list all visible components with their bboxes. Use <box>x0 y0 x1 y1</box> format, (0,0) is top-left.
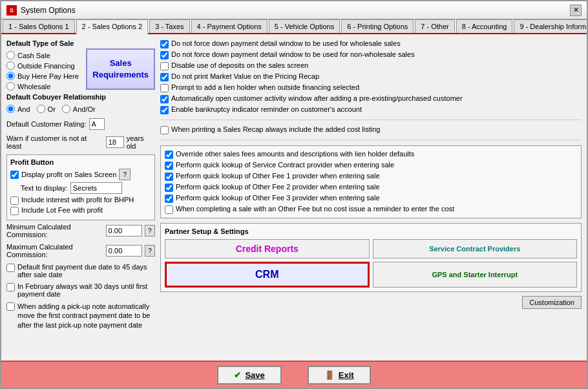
no-force-wholesale-checkbox[interactable] <box>160 40 169 48</box>
include-interest-checkbox[interactable] <box>10 196 19 205</box>
tab-payment-options[interactable]: 4 - Payment Options <box>191 19 268 33</box>
include-lot-checkbox[interactable] <box>10 207 19 215</box>
include-interest-row[interactable]: Include interest with profit for BHPH <box>10 196 151 205</box>
cobuyer-or[interactable]: Or <box>37 105 56 113</box>
wholesale-option[interactable]: Wholesale <box>6 82 82 90</box>
quick-lookup-sc-row[interactable]: Perform quick lookup of Service Contract… <box>165 161 577 170</box>
exit-label: Exit <box>339 370 354 380</box>
display-profit-checkbox[interactable] <box>10 171 19 179</box>
first-payment-checkbox[interactable] <box>6 264 15 272</box>
partner-title: Partner Setup & Settings <box>165 227 577 235</box>
disable-deposits-checkbox[interactable] <box>160 62 169 70</box>
quick-lookup-fee3-checkbox[interactable] <box>165 194 173 203</box>
cobuyer-and[interactable]: And <box>6 105 30 113</box>
gps-button[interactable]: GPS and Starter Interrupt <box>373 262 578 288</box>
quick-lookup-sc-checkbox[interactable] <box>165 162 173 170</box>
first-payment-checkbox-row[interactable]: Default first payment due date to 45 day… <box>6 263 155 279</box>
text-to-display-label: Text to display: <box>21 184 68 192</box>
tab-other[interactable]: 7 - Other <box>415 19 454 33</box>
customer-rating-label: Default Customer Rating: <box>6 120 87 128</box>
no-market-value-checkbox[interactable] <box>160 73 169 81</box>
display-profit-row: Display profit on Sales Screen ? <box>10 169 151 180</box>
sale-type-group: Cash Sale Outside Financing Buy Here Pay… <box>6 51 82 90</box>
credit-reports-button[interactable]: Credit Reports <box>165 239 370 258</box>
bhph-radio[interactable] <box>6 72 15 80</box>
disable-deposits-row[interactable]: Disable use of deposits on the sales scr… <box>160 61 582 70</box>
min-commission-help[interactable]: ? <box>145 225 155 237</box>
left-panel: Default Type of Sale Cash Sale Outside F… <box>6 39 155 352</box>
wholesale-radio[interactable] <box>6 82 15 90</box>
no-cost-reminder-row[interactable]: When completing a sale with an Other Fee… <box>165 205 577 214</box>
cash-sale-radio[interactable] <box>6 51 15 59</box>
auto-open-activity-checkbox[interactable] <box>160 95 169 103</box>
separator-2 <box>160 140 582 140</box>
no-cost-reminder-checkbox[interactable] <box>165 205 173 214</box>
prompt-lien-row[interactable]: Prompt to add a lien holder when outside… <box>160 83 582 92</box>
text-to-display-input[interactable] <box>70 182 122 194</box>
quick-lookup-fee1-row[interactable]: Perform quick lookup of Other Fee 1 prov… <box>165 172 577 181</box>
tab-printing-options[interactable]: 6 - Printing Options <box>341 19 414 33</box>
tab-sales-options-2[interactable]: 2 - Sales Options 2 <box>76 19 149 34</box>
bankruptcy-indicator-row[interactable]: Enable bankruptcy indicator reminder on … <box>160 105 582 114</box>
quick-lookup-fee1-checkbox[interactable] <box>165 173 173 181</box>
customization-button[interactable]: Customization <box>522 296 582 309</box>
customization-row: Customization <box>160 296 582 309</box>
min-commission-input[interactable] <box>106 225 142 237</box>
display-profit-help[interactable]: ? <box>119 169 131 180</box>
crm-button[interactable]: CRM <box>165 262 370 288</box>
outside-financing-option[interactable]: Outside Financing <box>6 61 82 70</box>
save-button[interactable]: ✔ Save <box>217 366 281 384</box>
no-force-non-wholesale-row[interactable]: Do not force down payment detail window … <box>160 50 582 59</box>
cobuyer-and-radio[interactable] <box>6 105 15 113</box>
separator-1 <box>160 120 582 120</box>
warn-age-input[interactable] <box>106 136 124 148</box>
main-content: Default Type of Sale Cash Sale Outside F… <box>1 34 587 357</box>
sales-recap-row[interactable]: When printing a Sales Recap always inclu… <box>160 125 582 134</box>
quick-lookup-fee2-checkbox[interactable] <box>165 184 173 192</box>
tab-vehicle-options[interactable]: 5 - Vehicle Options <box>269 19 340 33</box>
cobuyer-andor-radio[interactable] <box>62 105 70 113</box>
override-sales-fees-row[interactable]: Override other sales fees amounts and de… <box>165 150 577 159</box>
quick-lookup-fee2-row[interactable]: Perform quick lookup of Other Fee 2 prov… <box>165 183 577 192</box>
exit-icon: 🚪 <box>324 370 335 380</box>
no-force-non-wholesale-checkbox[interactable] <box>160 51 169 59</box>
cobuyer-andor[interactable]: And/Or <box>62 105 96 113</box>
tab-dealership-info[interactable]: 9 - Dealership Information <box>514 19 588 33</box>
tab-accounting[interactable]: 8 - Accounting <box>456 19 513 33</box>
february-checkbox[interactable] <box>6 283 15 291</box>
window-title: System Options <box>21 6 76 15</box>
sales-recap-checkbox[interactable] <box>160 126 169 134</box>
sales-requirements-button[interactable]: Sales Requirements <box>86 48 155 90</box>
include-lot-row[interactable]: Include Lot Fee with profit <box>10 206 151 215</box>
cobuyer-title: Default Cobuyer Relationship <box>6 93 155 101</box>
partner-section: Partner Setup & Settings Credit Reports … <box>160 223 582 292</box>
min-commission-row: Minimum Calculated Commission: ? <box>6 223 155 238</box>
cobuyer-or-radio[interactable] <box>37 105 45 113</box>
no-force-wholesale-row[interactable]: Do not force down payment detail window … <box>160 39 582 48</box>
app-icon: S <box>6 5 17 16</box>
february-checkbox-row[interactable]: In February always wait 30 days until fi… <box>6 282 155 298</box>
pickup-note-checkbox[interactable] <box>6 302 15 311</box>
outside-financing-radio[interactable] <box>6 61 15 70</box>
warn-age-row: Warn if customer is not at least years o… <box>6 134 155 150</box>
max-commission-input[interactable] <box>106 245 142 257</box>
close-button[interactable]: ✕ <box>570 5 582 16</box>
quick-lookup-fee3-row[interactable]: Perform quick lookup of Other Fee 3 prov… <box>165 194 577 203</box>
bankruptcy-indicator-checkbox[interactable] <box>160 106 169 114</box>
tab-taxes[interactable]: 3 - Taxes <box>149 19 189 33</box>
warn-age-label: Warn if customer is not at least <box>6 134 103 150</box>
no-market-value-row[interactable]: Do not print Market Value on the Pricing… <box>160 72 582 81</box>
title-bar-left: S System Options <box>6 5 76 16</box>
prompt-lien-checkbox[interactable] <box>160 84 169 92</box>
buy-here-pay-here-option[interactable]: Buy Here Pay Here <box>6 72 82 80</box>
max-commission-help[interactable]: ? <box>145 245 155 257</box>
override-sales-fees-checkbox[interactable] <box>165 151 173 159</box>
auto-open-activity-row[interactable]: Automatically open customer activity win… <box>160 94 582 103</box>
service-contract-button[interactable]: Service Contract Providers <box>373 239 578 258</box>
exit-button[interactable]: 🚪 Exit <box>308 366 371 384</box>
cash-sale-option[interactable]: Cash Sale <box>6 51 82 59</box>
cobuyer-section: Default Cobuyer Relationship And Or And/… <box>6 93 155 113</box>
customer-rating-input[interactable] <box>89 118 105 130</box>
tab-sales-options-1[interactable]: 1 - Sales Options 1 <box>3 19 75 33</box>
pickup-note-checkbox-row[interactable]: When adding a pick-up note automatically… <box>6 302 155 330</box>
